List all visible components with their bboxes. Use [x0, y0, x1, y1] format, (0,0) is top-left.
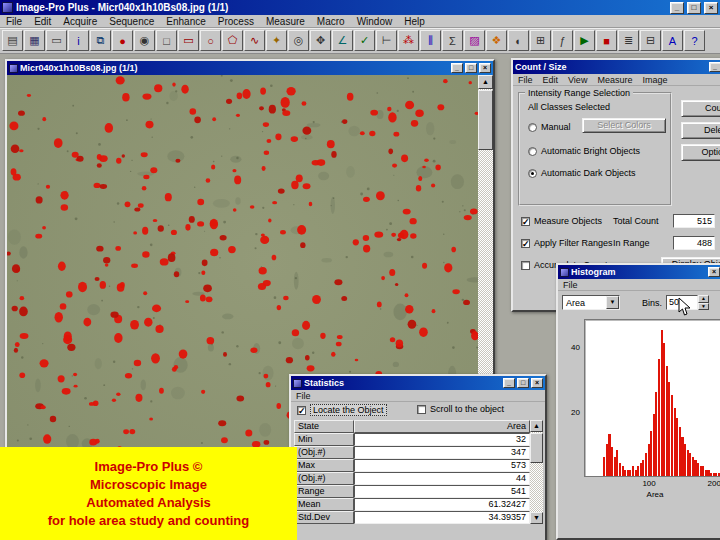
- magic-wand-icon[interactable]: ✦: [266, 30, 287, 51]
- aoi-freehand-icon[interactable]: ∿: [244, 30, 265, 51]
- tile-icon[interactable]: ⊟: [640, 30, 661, 51]
- delete-button[interactable]: Delete: [681, 122, 720, 139]
- menu-process[interactable]: Process: [212, 16, 260, 27]
- spin-up-icon[interactable]: ▲: [698, 295, 709, 303]
- zoom-icon[interactable]: ◎: [288, 30, 309, 51]
- statistics-scrollbar[interactable]: ▲ ▼: [530, 420, 543, 524]
- stats-scroll-down-button[interactable]: ▼: [530, 512, 543, 524]
- menu-window[interactable]: Window: [351, 16, 399, 27]
- measure-icon[interactable]: ✓: [354, 30, 375, 51]
- camera-icon[interactable]: ◉: [134, 30, 155, 51]
- statistics-tool-icon[interactable]: Σ: [442, 30, 463, 51]
- statistics-title-bar[interactable]: Statistics _ □ ×: [291, 376, 545, 390]
- palette-icon[interactable]: ❖: [486, 30, 507, 51]
- aoi-rect-icon[interactable]: ▭: [178, 30, 199, 51]
- statistics-close-button[interactable]: ×: [531, 378, 543, 388]
- count-size-title-bar[interactable]: Count / Size _ ×: [513, 60, 720, 74]
- app-icon: [2, 2, 13, 13]
- table-row[interactable]: Min32: [294, 433, 530, 446]
- annotate-icon[interactable]: A: [662, 30, 683, 51]
- contrast-icon[interactable]: ◐: [508, 30, 529, 51]
- copy-icon[interactable]: ⧉: [90, 30, 111, 51]
- stats-scroll-up-button[interactable]: ▲: [530, 420, 543, 432]
- table-row[interactable]: Mean61.32427: [294, 498, 530, 511]
- state-column-header[interactable]: State: [294, 420, 354, 433]
- aoi-polygon-icon[interactable]: ⬠: [222, 30, 243, 51]
- area-column-header[interactable]: Area: [354, 420, 530, 433]
- locate-object-checkbox[interactable]: ✓: [297, 406, 306, 415]
- line-profile-icon[interactable]: ∠: [332, 30, 353, 51]
- apply-filter-checkbox[interactable]: ✓: [521, 239, 530, 248]
- menu-sequence[interactable]: Sequence: [103, 16, 160, 27]
- statistics-menu-file[interactable]: File: [291, 391, 316, 401]
- histogram-title-bar[interactable]: Histogram ×: [558, 265, 720, 279]
- y-tick-label: 20: [571, 408, 580, 417]
- count-size-menu-image[interactable]: Image: [637, 75, 672, 85]
- count-size-icon[interactable]: ⁂: [398, 30, 419, 51]
- pan-icon[interactable]: ✥: [310, 30, 331, 51]
- save-icon[interactable]: ▦: [24, 30, 45, 51]
- scroll-object-checkbox[interactable]: [417, 405, 426, 414]
- table-row[interactable]: (Obj.#)347: [294, 446, 530, 459]
- image-close-button[interactable]: ×: [479, 63, 491, 73]
- stats-scrollbar-thumb[interactable]: [530, 433, 543, 463]
- maximize-button[interactable]: □: [687, 2, 701, 14]
- filters-icon[interactable]: ⊞: [530, 30, 551, 51]
- automatic-dark-radio[interactable]: [528, 169, 537, 178]
- histogram-menu-bar: File: [558, 279, 720, 291]
- manual-radio[interactable]: [528, 123, 537, 132]
- chevron-down-icon[interactable]: ▼: [606, 296, 619, 309]
- options-button[interactable]: Options: [681, 144, 720, 161]
- menu-macro[interactable]: Macro: [311, 16, 351, 27]
- table-row[interactable]: Std.Dev34.39357: [294, 511, 530, 524]
- count-size-minimize-button[interactable]: _: [709, 62, 720, 72]
- accumulate-count-checkbox[interactable]: [521, 261, 530, 270]
- stat-label: Std.Dev: [294, 511, 354, 524]
- histogram-close-button[interactable]: ×: [708, 267, 720, 277]
- image-minimize-button[interactable]: _: [451, 63, 463, 73]
- histogram-menu-file[interactable]: File: [558, 280, 583, 290]
- count-button[interactable]: Count: [681, 100, 720, 117]
- table-row[interactable]: Range541: [294, 485, 530, 498]
- help-icon[interactable]: ?: [684, 30, 705, 51]
- macro-stop-icon[interactable]: ■: [596, 30, 617, 51]
- new-window-icon[interactable]: □: [156, 30, 177, 51]
- table-row[interactable]: Max573: [294, 459, 530, 472]
- count-size-menu-file[interactable]: File: [513, 75, 538, 85]
- caliper-icon[interactable]: ⊢: [376, 30, 397, 51]
- record-icon[interactable]: ●: [112, 30, 133, 51]
- aoi-ellipse-icon[interactable]: ○: [200, 30, 221, 51]
- menu-file[interactable]: File: [0, 16, 28, 27]
- workspace-icon[interactable]: ▤: [2, 30, 23, 51]
- table-row[interactable]: (Obj.#)44: [294, 472, 530, 485]
- count-size-menu-view[interactable]: View: [563, 75, 592, 85]
- count-size-menu-edit[interactable]: Edit: [538, 75, 564, 85]
- automatic-bright-radio[interactable]: [528, 147, 537, 156]
- minimize-button[interactable]: _: [670, 2, 684, 14]
- image-window-title-bar[interactable]: Micr040x1h10Bs08.jpg (1/1) _ □ ×: [7, 61, 493, 75]
- menu-edit[interactable]: Edit: [28, 16, 57, 27]
- menu-measure[interactable]: Measure: [260, 16, 311, 27]
- macro-play-icon[interactable]: ▶: [574, 30, 595, 51]
- menu-enhance[interactable]: Enhance: [160, 16, 211, 27]
- select-colors-button[interactable]: Select Colors: [582, 118, 666, 133]
- menu-acquire[interactable]: Acquire: [57, 16, 103, 27]
- spin-down-icon[interactable]: ▼: [698, 303, 709, 311]
- menu-help[interactable]: Help: [398, 16, 431, 27]
- scroll-up-button[interactable]: ▲: [478, 75, 493, 89]
- statistics-minimize-button[interactable]: _: [503, 378, 515, 388]
- histogram-tool-icon[interactable]: ⫼: [420, 30, 441, 51]
- measure-objects-checkbox[interactable]: ✓: [521, 217, 530, 226]
- close-button[interactable]: ×: [704, 2, 718, 14]
- fft-icon[interactable]: ƒ: [552, 30, 573, 51]
- info-icon[interactable]: i: [68, 30, 89, 51]
- count-size-menu-measure[interactable]: Measure: [592, 75, 637, 85]
- statistics-maximize-button[interactable]: □: [517, 378, 529, 388]
- pseudo-color-icon[interactable]: ▨: [464, 30, 485, 51]
- sequence-icon[interactable]: ≣: [618, 30, 639, 51]
- scrollbar-thumb[interactable]: [478, 90, 493, 150]
- field-select[interactable]: Area ▼: [562, 295, 620, 310]
- bins-spinner[interactable]: ▲ ▼: [698, 295, 709, 310]
- print-icon[interactable]: ▭: [46, 30, 67, 51]
- image-maximize-button[interactable]: □: [465, 63, 477, 73]
